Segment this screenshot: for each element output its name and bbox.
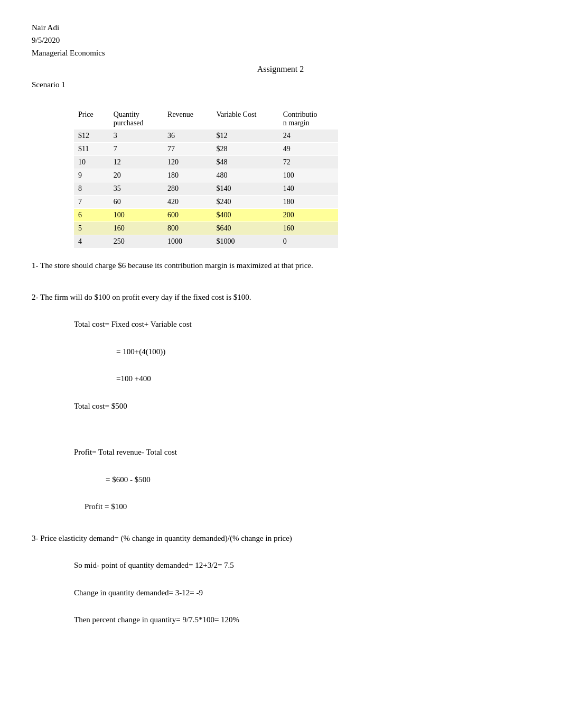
table-header-row: Price Quantity Revenue Variable Cost Con… <box>74 108 338 119</box>
price-cell: 9 <box>74 169 109 182</box>
col-contribution-subheader: n margin <box>279 119 338 130</box>
quantity-cell: 3 <box>109 130 163 143</box>
answer3-line3: Then percent change in quantity= 9/7.5*1… <box>74 613 529 627</box>
answer3-line1: So mid- point of quantity demanded= 12+3… <box>74 559 529 573</box>
date: 9/5/2020 <box>32 34 529 47</box>
answer2-section: 2- The firm will do $100 on profit every… <box>32 291 529 514</box>
quantity-cell: 12 <box>109 156 163 169</box>
revenue-cell: 800 <box>163 222 212 235</box>
quantity-cell: 100 <box>109 209 163 222</box>
col-contribution-header: Contributio <box>279 108 338 119</box>
answer1-text: 1- The store should charge $6 because it… <box>32 261 313 270</box>
answer3-line2: Change in quantity demanded= 3-12= -9 <box>74 586 529 600</box>
price-cell: 5 <box>74 222 109 235</box>
revenue-cell: 600 <box>163 209 212 222</box>
revenue-cell: 36 <box>163 130 212 143</box>
answer2-line3: =100 +400 <box>116 372 529 386</box>
table-row: 760420$240180 <box>74 196 338 209</box>
table-row: $12336$1224 <box>74 130 338 143</box>
author-name: Nair Adi <box>32 21 529 34</box>
col-revenue-subheader <box>163 119 212 130</box>
quantity-cell: 35 <box>109 182 163 196</box>
answer1-section: 1- The store should charge $6 because it… <box>32 259 529 273</box>
col-price-subheader <box>74 119 109 130</box>
answer2-line2: = 100+(4(100)) <box>116 345 529 359</box>
answer3-section: 3- Price elasticity demand= (% change in… <box>32 532 529 627</box>
contribution-cell: 140 <box>279 182 338 196</box>
col-variable-cost-header: Variable Cost <box>212 108 278 119</box>
contribution-cell: 72 <box>279 156 338 169</box>
variable-cost-cell: $140 <box>212 182 278 196</box>
contribution-cell: 0 <box>279 235 338 248</box>
economics-table: Price Quantity Revenue Variable Cost Con… <box>74 108 338 248</box>
scenario-label: Scenario 1 <box>32 80 529 89</box>
contribution-cell: 200 <box>279 209 338 222</box>
answer2-profit-result: Profit = $100 <box>85 500 529 514</box>
answer2-profit-label: Profit= Total revenue- Total cost <box>74 446 529 459</box>
answer2-line1: Total cost= Fixed cost+ Variable cost <box>74 318 529 331</box>
col-quantity-subheader: purchased <box>109 119 163 130</box>
quantity-cell: 250 <box>109 235 163 248</box>
quantity-cell: 20 <box>109 169 163 182</box>
answer2-profit-eq: = $600 - $500 <box>106 473 529 487</box>
variable-cost-cell: $640 <box>212 222 278 235</box>
price-cell: 4 <box>74 235 109 248</box>
contribution-cell: 160 <box>279 222 338 235</box>
price-cell: 6 <box>74 209 109 222</box>
price-cell: 10 <box>74 156 109 169</box>
revenue-cell: 420 <box>163 196 212 209</box>
quantity-cell: 7 <box>109 143 163 156</box>
revenue-cell: 77 <box>163 143 212 156</box>
table-row: 42501000$10000 <box>74 235 338 248</box>
revenue-cell: 1000 <box>163 235 212 248</box>
table-row: 5160800$640160 <box>74 222 338 235</box>
data-table-container: Price Quantity Revenue Variable Cost Con… <box>74 108 529 248</box>
header-info: Nair Adi 9/5/2020 Managerial Economics <box>32 21 529 59</box>
quantity-cell: 160 <box>109 222 163 235</box>
variable-cost-cell: 480 <box>212 169 278 182</box>
table-row: 835280$140140 <box>74 182 338 196</box>
price-cell: $11 <box>74 143 109 156</box>
variable-cost-cell: $48 <box>212 156 278 169</box>
col-quantity-header: Quantity <box>109 108 163 119</box>
revenue-cell: 280 <box>163 182 212 196</box>
quantity-cell: 60 <box>109 196 163 209</box>
contribution-cell: 24 <box>279 130 338 143</box>
table-row: $11777$2849 <box>74 143 338 156</box>
price-cell: $12 <box>74 130 109 143</box>
course: Managerial Economics <box>32 47 529 59</box>
variable-cost-cell: $240 <box>212 196 278 209</box>
variable-cost-cell: $400 <box>212 209 278 222</box>
answer3-intro: 3- Price elasticity demand= (% change in… <box>32 532 529 546</box>
price-cell: 8 <box>74 182 109 196</box>
table-subheader-row: purchased n margin <box>74 119 338 130</box>
col-variable-cost-subheader <box>212 119 278 130</box>
assignment-title: Assignment 2 <box>32 64 529 74</box>
variable-cost-cell: $28 <box>212 143 278 156</box>
contribution-cell: 180 <box>279 196 338 209</box>
table-row: 1012120$4872 <box>74 156 338 169</box>
table-row: 6100600$400200 <box>74 209 338 222</box>
price-cell: 7 <box>74 196 109 209</box>
variable-cost-cell: $1000 <box>212 235 278 248</box>
contribution-cell: 49 <box>279 143 338 156</box>
answer2-intro: 2- The firm will do $100 on profit every… <box>32 291 529 305</box>
contribution-cell: 100 <box>279 169 338 182</box>
revenue-cell: 120 <box>163 156 212 169</box>
variable-cost-cell: $12 <box>212 130 278 143</box>
table-row: 920180480100 <box>74 169 338 182</box>
col-revenue-header: Revenue <box>163 108 212 119</box>
answer2-line4: Total cost= $500 <box>74 400 529 413</box>
col-price-header: Price <box>74 108 109 119</box>
revenue-cell: 180 <box>163 169 212 182</box>
